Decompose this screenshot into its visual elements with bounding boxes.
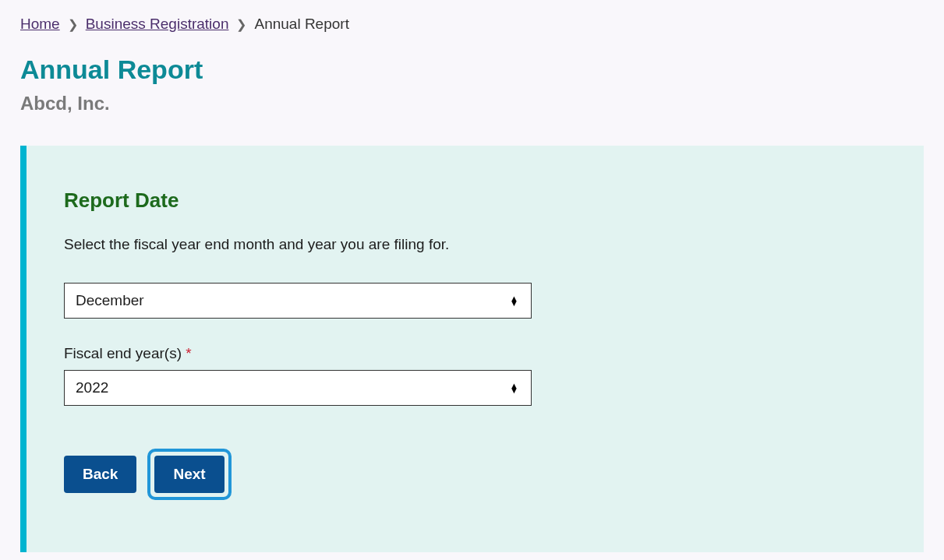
back-button[interactable]: Back [64,456,136,493]
chevron-right-icon: ❯ [236,17,246,32]
report-date-panel: Report Date Select the fiscal year end m… [20,146,924,552]
chevron-right-icon: ❯ [68,17,78,32]
panel-heading: Report Date [64,188,886,213]
year-field: Fiscal end year(s) * 2022 ▲▼ [64,345,886,406]
button-row: Back Next [64,449,886,500]
stepper-icon: ▲▼ [510,383,518,393]
next-button-highlight: Next [147,449,231,500]
required-indicator: * [186,345,191,361]
page-title: Annual Report [20,55,924,85]
year-label: Fiscal end year(s) * [64,345,886,362]
year-select-value: 2022 [65,371,531,405]
breadcrumb-business-link[interactable]: Business Registration [86,16,229,33]
breadcrumb-home-link[interactable]: Home [20,16,60,33]
breadcrumb-current: Annual Report [254,16,348,33]
year-label-text: Fiscal end year(s) [64,345,182,361]
company-name: Abcd, Inc. [20,93,924,114]
month-select[interactable]: December ▲▼ [64,283,532,319]
month-field: December ▲▼ [64,283,886,319]
panel-instruction: Select the fiscal year end month and yea… [64,236,886,253]
stepper-icon: ▲▼ [510,296,518,305]
next-button[interactable]: Next [154,456,224,493]
month-select-value: December [65,284,531,318]
breadcrumb: Home ❯ Business Registration ❯ Annual Re… [20,16,924,33]
year-select[interactable]: 2022 ▲▼ [64,370,532,406]
